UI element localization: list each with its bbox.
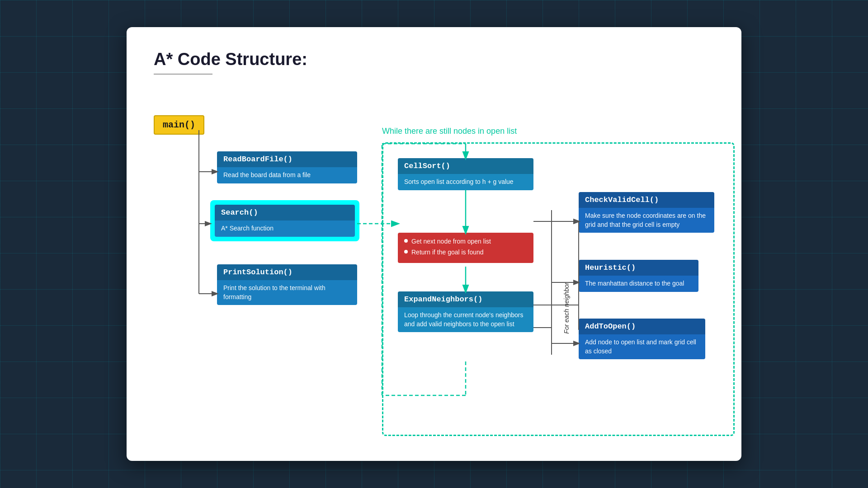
printsolution-box: PrintSolution() Print the solution to th… — [217, 264, 357, 305]
search-body: A* Search function — [215, 221, 355, 237]
readboardfile-box: ReadBoardFile() Read the board data from… — [217, 151, 357, 183]
checkvalidcell-box: CheckValidCell() Make sure the node coor… — [579, 192, 714, 233]
heuristic-header: Heuristic() — [579, 260, 698, 276]
addtoopen-header: AddToOpen() — [579, 319, 705, 334]
page-title: A* Code Structure: — [154, 50, 714, 69]
search-highlight: Search() A* Search function — [210, 200, 359, 241]
readboardfile-header: ReadBoardFile() — [217, 151, 357, 167]
search-header: Search() — [215, 205, 355, 221]
bullet-dot-2 — [404, 250, 408, 253]
heuristic-box: Heuristic() The manhattan distance to th… — [579, 260, 698, 292]
getnext-body: Get next node from open list Return if t… — [398, 233, 533, 263]
printsolution-body: Print the solution to the terminal with … — [217, 280, 357, 305]
addtoopen-box: AddToOpen() Add node to open list and ma… — [579, 319, 705, 359]
main-label: main() — [163, 120, 195, 130]
printsolution-header: PrintSolution() — [217, 264, 357, 280]
cellsort-box: CellSort() Sorts open list according to … — [398, 158, 533, 190]
cellsort-body: Sorts open list according to h + g value — [398, 174, 533, 190]
title-underline — [154, 74, 212, 75]
bullet-item-2: Return if the goal is found — [404, 248, 527, 257]
bullet-text-2: Return if the goal is found — [411, 248, 484, 257]
checkvalidcell-body: Make sure the node coordinates are on th… — [579, 208, 714, 233]
expandneighbors-box: ExpandNeighbors() Loop through the curre… — [398, 291, 533, 332]
main-box: main() — [154, 115, 204, 135]
flowchart: While there are still nodes in open list… — [154, 88, 714, 459]
expandneighbors-header: ExpandNeighbors() — [398, 291, 533, 307]
heuristic-body: The manhattan distance to the goal — [579, 276, 698, 292]
bullet-dot-1 — [404, 239, 408, 243]
slide: A* Code Structure: While there are still… — [127, 27, 741, 461]
addtoopen-body: Add node to open list and mark grid cell… — [579, 334, 705, 359]
neighbor-label: For each neighbor — [563, 282, 570, 334]
bullet-text-1: Get next node from open list — [411, 237, 491, 246]
loop-label: While there are still nodes in open list — [382, 127, 517, 136]
search-box: Search() A* Search function — [215, 205, 355, 237]
checkvalidcell-header: CheckValidCell() — [579, 192, 714, 208]
bullet-item-1: Get next node from open list — [404, 237, 527, 246]
cellsort-header: CellSort() — [398, 158, 533, 174]
getnext-box: Get next node from open list Return if t… — [398, 233, 533, 263]
expandneighbors-body: Loop through the current node's neighbor… — [398, 307, 533, 332]
readboardfile-body: Read the board data from a file — [217, 167, 357, 183]
